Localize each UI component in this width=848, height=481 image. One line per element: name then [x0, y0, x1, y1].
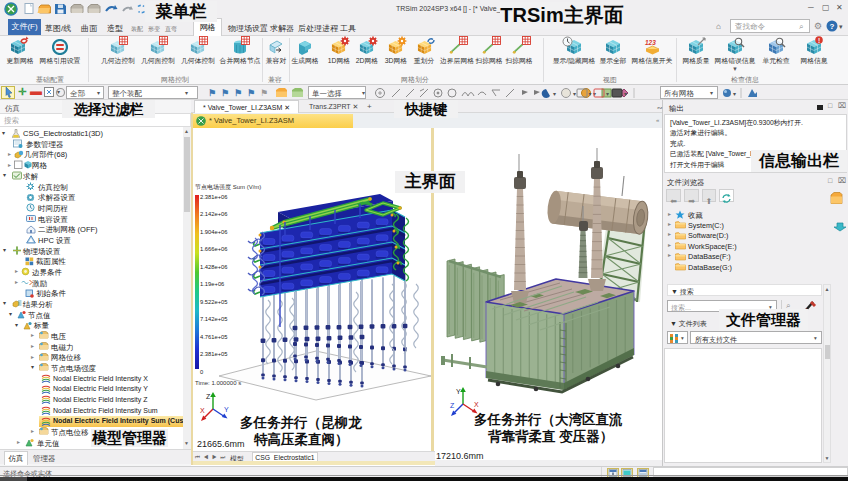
- svg-text:⚑: ⚑: [221, 88, 229, 98]
- svg-text:▾: ▾: [624, 91, 627, 97]
- svg-text:▾: ▾: [553, 91, 556, 97]
- svg-text:⚑: ⚑: [234, 88, 242, 98]
- svg-text:⚑: ⚑: [260, 88, 268, 98]
- svg-text:▾: ▾: [589, 91, 592, 97]
- svg-text:⚑: ⚑: [247, 88, 255, 98]
- svg-text:⚑: ⚑: [208, 88, 216, 98]
- svg-text:Y: Y: [224, 406, 229, 413]
- svg-text:123: 123: [645, 39, 656, 46]
- svg-text:Z: Z: [206, 393, 211, 400]
- svg-text:?: ?: [830, 22, 835, 31]
- svg-text:▾: ▾: [733, 91, 736, 97]
- svg-text:▾: ▾: [606, 91, 609, 97]
- svg-text:X: X: [200, 407, 205, 414]
- svg-text:!: !: [818, 37, 820, 44]
